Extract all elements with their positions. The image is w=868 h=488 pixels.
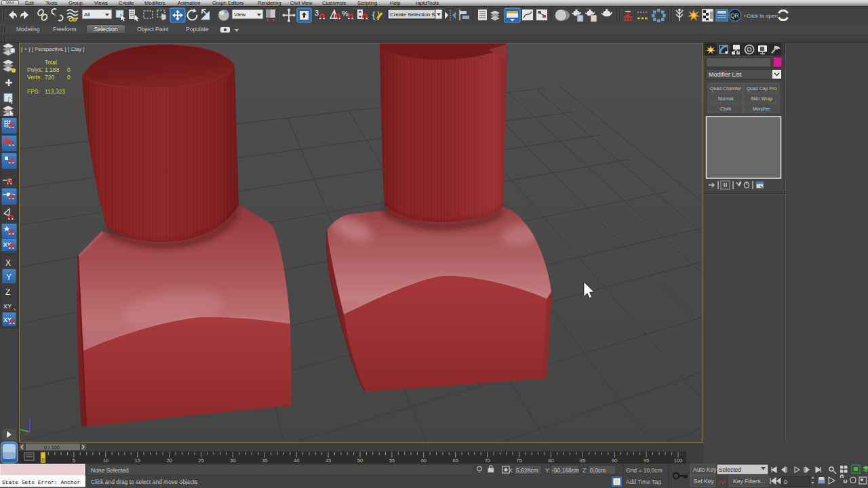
svg-text:10: 10 — [103, 458, 108, 464]
svg-text:5: 5 — [73, 458, 75, 464]
svg-text:Y:: Y: — [545, 467, 551, 474]
svg-text:0: 0 — [42, 457, 45, 463]
svg-text:0,0cm: 0,0cm — [590, 467, 606, 474]
svg-text:80: 80 — [548, 458, 553, 464]
svg-text:95: 95 — [644, 458, 649, 464]
svg-text:State Sets Error: Anchor: State Sets Error: Anchor — [2, 479, 80, 485]
svg-text:1 188: 1 188 — [45, 66, 60, 73]
svg-text:-50,168cm: -50,168cm — [552, 467, 579, 474]
svg-text:None Selected: None Selected — [91, 467, 129, 474]
svg-text:Selected: Selected — [719, 466, 741, 473]
svg-text:45: 45 — [326, 458, 331, 464]
svg-text:Y: Y — [6, 272, 12, 282]
svg-text:70: 70 — [484, 458, 490, 464]
svg-text:50: 50 — [357, 458, 363, 464]
svg-text:55: 55 — [389, 458, 395, 464]
svg-text:30: 30 — [230, 458, 235, 464]
svg-text:Key Filters...: Key Filters... — [733, 478, 765, 485]
svg-text:15: 15 — [135, 458, 140, 464]
svg-text:0: 0 — [784, 479, 787, 485]
svg-text:20: 20 — [166, 458, 172, 464]
svg-text:View: View — [234, 12, 245, 18]
svg-text:Add Time Tag: Add Time Tag — [626, 479, 661, 485]
svg-text:[ + ] [ Perspective ] [ Clay ]: [ + ] [ Perspective ] [ Clay ] — [21, 46, 85, 52]
svg-text:Auto Key: Auto Key — [693, 466, 717, 473]
svg-text:X: X — [5, 258, 11, 268]
svg-text:75: 75 — [516, 458, 521, 464]
svg-text:Z:: Z: — [583, 467, 588, 474]
svg-text:FPS:: FPS: — [27, 88, 40, 95]
svg-text:Grid = 10,0cm: Grid = 10,0cm — [626, 467, 663, 474]
svg-text:X:: X: — [509, 467, 514, 474]
svg-text:65: 65 — [453, 458, 458, 464]
svg-text:5,628cm: 5,628cm — [516, 467, 538, 474]
svg-text:720: 720 — [45, 74, 54, 81]
svg-text:Modifier List: Modifier List — [709, 71, 742, 78]
svg-text:85: 85 — [580, 458, 585, 464]
svg-text:100: 100 — [674, 458, 683, 464]
svg-text:0: 0 — [67, 74, 71, 81]
svg-text:XY: XY — [3, 303, 12, 310]
svg-text:QR: QR — [730, 12, 739, 19]
svg-text:3: 3 — [315, 9, 319, 17]
svg-text:Normal: Normal — [718, 96, 734, 101]
svg-text:Cloth: Cloth — [720, 106, 731, 111]
svg-text:Z: Z — [5, 287, 10, 297]
svg-text:Verts:: Verts: — [27, 74, 42, 81]
svg-text:Quad Cap Pro: Quad Cap Pro — [747, 86, 777, 92]
svg-text:60: 60 — [421, 458, 427, 464]
svg-text:25: 25 — [198, 458, 203, 464]
svg-text:40: 40 — [294, 458, 299, 464]
svg-text:Click and drag to select and m: Click and drag to select and move object… — [91, 479, 197, 485]
svg-text:35: 35 — [262, 458, 267, 464]
svg-text:Total: Total — [45, 59, 57, 66]
svg-text:Skin Wrap: Skin Wrap — [751, 96, 772, 102]
svg-text:113,323: 113,323 — [45, 88, 65, 95]
svg-text:0 / 100: 0 / 100 — [44, 445, 60, 451]
svg-text:+Click to open: +Click to open — [743, 13, 778, 19]
svg-text:Set Key: Set Key — [694, 478, 715, 485]
svg-text:90: 90 — [612, 458, 617, 464]
svg-text:Morpher: Morpher — [753, 106, 771, 112]
svg-text:All: All — [84, 12, 90, 18]
svg-text:%: % — [342, 9, 349, 18]
svg-text:Create Selection Se: Create Selection Se — [390, 12, 439, 18]
svg-text:0: 0 — [67, 66, 71, 73]
svg-text:Quad Chamfer: Quad Chamfer — [710, 86, 742, 92]
svg-text:Polys:: Polys: — [27, 66, 43, 73]
